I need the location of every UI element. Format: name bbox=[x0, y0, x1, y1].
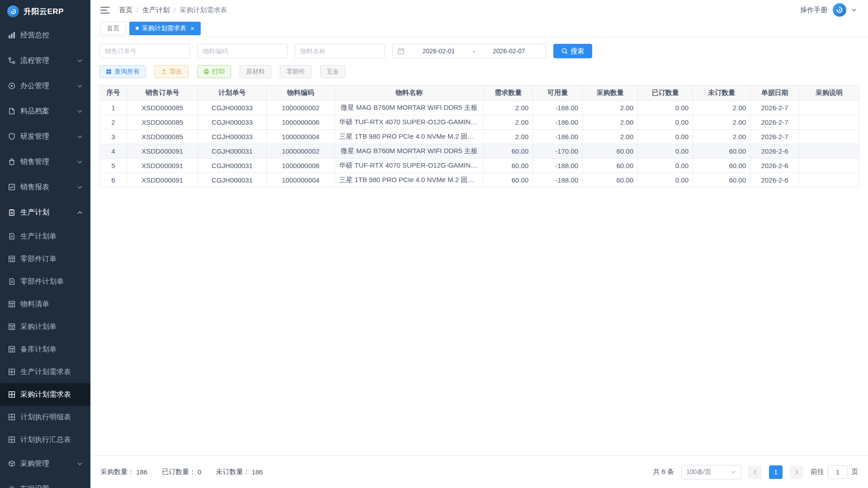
table-cell: 3 bbox=[100, 130, 127, 144]
filter-bar: - 搜索 bbox=[99, 44, 859, 58]
table-cell: 1 bbox=[100, 101, 127, 115]
table-cell: 60.00 bbox=[693, 159, 750, 173]
sidebar-item-label: 车间设置 bbox=[20, 484, 49, 488]
sidebar-item-label: 物料清单 bbox=[20, 300, 49, 309]
sidebar-item-material-archives[interactable]: 料品档案 bbox=[0, 99, 90, 124]
breadcrumb-separator: / bbox=[174, 6, 175, 14]
table-cell: 0.00 bbox=[638, 159, 693, 173]
sidebar-item-purchase-plan-demand[interactable]: 采购计划需求表 bbox=[0, 383, 90, 406]
sidebar-item-workshop-settings[interactable]: 车间设置 bbox=[0, 476, 90, 488]
sidebar-item-sales-management[interactable]: 销售管理 bbox=[0, 149, 90, 174]
sidebar-item-bom[interactable]: 物料清单 bbox=[0, 293, 90, 315]
breadcrumb-item-production-planning[interactable]: 生产计划 bbox=[142, 6, 170, 14]
calendar-icon bbox=[397, 47, 405, 55]
tab-purchase-plan-demand[interactable]: 采购计划需求表 × bbox=[129, 22, 201, 35]
research-icon bbox=[8, 133, 15, 140]
export-button[interactable]: 导出 bbox=[155, 65, 189, 78]
sidebar-item-label: 计划执行明细表 bbox=[20, 413, 71, 422]
next-page-button[interactable] bbox=[790, 465, 803, 479]
sidebar-item-process-management[interactable]: 流程管理 bbox=[0, 48, 90, 73]
grid-icon bbox=[106, 69, 112, 75]
button-label: 查询所有 bbox=[114, 68, 140, 76]
print-button[interactable]: 打印 bbox=[197, 65, 231, 78]
tab-bar: 首页 采购计划需求表 × bbox=[90, 20, 868, 37]
column-header: 单据日期 bbox=[750, 85, 799, 101]
button-label: 零部件 bbox=[286, 68, 305, 76]
sidebar-item-rd-management[interactable]: 研发管理 bbox=[0, 124, 90, 149]
tab-home[interactable]: 首页 bbox=[100, 22, 126, 35]
demand-table: 序号销售订单号计划单号物料编码物料名称需求数量可用量采购数量已订数量未订数量单据… bbox=[99, 85, 859, 188]
sidebar-item-parts-order[interactable]: 零部件订单 bbox=[0, 248, 90, 270]
production-icon bbox=[8, 209, 15, 216]
sidebar-item-office-management[interactable]: 办公管理 bbox=[0, 73, 90, 99]
date-end-input[interactable] bbox=[477, 47, 542, 55]
sidebar-item-purchase-management[interactable]: 采购管理 bbox=[0, 451, 90, 476]
breadcrumb: 首页/生产计划/采购计划需求表 bbox=[119, 6, 227, 14]
table-row[interactable]: 1XSDD000085CGJH0000331000000002微星 MAG B7… bbox=[100, 101, 859, 115]
sidebar-item-stock-plan-order[interactable]: 备库计划单 bbox=[0, 338, 90, 361]
sidebar-item-label: 研发管理 bbox=[20, 132, 49, 141]
table-row[interactable]: 2XSDD000085CGJH0000331000000006华硕 TUF-RT… bbox=[100, 115, 859, 130]
sheet-icon bbox=[8, 391, 15, 398]
manual-link[interactable]: 操作手册 bbox=[800, 6, 827, 14]
page-size-select[interactable]: 100条/页 bbox=[681, 465, 741, 479]
sidebar-item-label: 销售管理 bbox=[20, 157, 49, 167]
breadcrumb-item-home[interactable]: 首页 bbox=[119, 6, 132, 14]
pagination-total: 共 6 条 bbox=[653, 468, 674, 476]
stat-unordered-qty: 未订数量： 186 bbox=[216, 468, 263, 476]
table-cell: 微星 MAG B760M MORTAR WIFI DDR5 主板 bbox=[335, 144, 484, 159]
column-header: 计划单号 bbox=[198, 85, 267, 101]
tab-active-dot bbox=[136, 27, 139, 30]
material-name-input[interactable] bbox=[295, 44, 385, 58]
column-header: 未订数量 bbox=[693, 85, 750, 101]
current-page-button[interactable]: 1 bbox=[769, 465, 783, 479]
raw-material-button[interactable]: 原材料 bbox=[240, 65, 271, 78]
table-row[interactable]: 5XSDD000091CGJH0000311000000006华硕 TUF-RT… bbox=[100, 159, 859, 173]
table-cell bbox=[799, 130, 859, 144]
goto-page-input[interactable] bbox=[828, 465, 848, 479]
date-range-picker[interactable]: - bbox=[392, 44, 546, 58]
avatar-caret-icon[interactable] bbox=[852, 9, 856, 11]
sidebar-item-purchase-plan-order[interactable]: 采购计划单 bbox=[0, 315, 90, 338]
table-cell: XSDD000091 bbox=[127, 144, 198, 159]
sidebar-item-business-overview[interactable]: 经营总控 bbox=[0, 23, 90, 48]
button-label: 打印 bbox=[212, 68, 225, 76]
sidebar-item-plan-execution-detail[interactable]: 计划执行明细表 bbox=[0, 406, 90, 428]
table-cell: 0.00 bbox=[638, 130, 693, 144]
search-button[interactable]: 搜索 bbox=[553, 44, 592, 58]
table-cell: 4 bbox=[100, 144, 127, 159]
sidebar-item-sales-reports[interactable]: 销售报表 bbox=[0, 174, 90, 200]
pagination: 共 6 条 100条/页 1 前往 页 bbox=[653, 465, 858, 479]
sidebar-item-plan-execution-summary[interactable]: 计划执行汇总表 bbox=[0, 428, 90, 451]
table-row[interactable]: 3XSDD000085CGJH0000331000000004三星 1TB 98… bbox=[100, 130, 859, 144]
sidebar-item-production-plan-demand[interactable]: 生产计划需求表 bbox=[0, 361, 90, 383]
table-cell: 1000000006 bbox=[267, 159, 335, 173]
sidebar-item-production-plan-order[interactable]: 生产计划单 bbox=[0, 225, 90, 248]
parts-button[interactable]: 零部件 bbox=[280, 65, 311, 78]
table-cell: 2026-2-6 bbox=[750, 159, 799, 173]
table-row[interactable]: 4XSDD000091CGJH0000311000000002微星 MAG B7… bbox=[100, 144, 859, 159]
topbar: 首页/生产计划/采购计划需求表 操作手册 bbox=[90, 0, 868, 20]
status-bar: 采购数量： 186 已订数量： 0 未订数量： 186 共 6 条 100条/页 bbox=[90, 455, 868, 488]
sheet-icon bbox=[8, 413, 15, 421]
column-header: 采购说明 bbox=[799, 85, 859, 101]
sales-order-input[interactable] bbox=[99, 44, 190, 58]
material-code-input[interactable] bbox=[197, 44, 288, 58]
hardware-button[interactable]: 五金 bbox=[320, 65, 345, 78]
menu-toggle-icon[interactable] bbox=[100, 6, 110, 14]
tab-close-icon[interactable]: × bbox=[190, 25, 194, 32]
column-header: 物料名称 bbox=[335, 85, 484, 101]
sidebar-item-parts-plan-order[interactable]: 零部件计划单 bbox=[0, 270, 90, 293]
avatar[interactable] bbox=[833, 3, 846, 17]
table-cell: 2.00 bbox=[484, 115, 533, 130]
sidebar-item-label: 销售报表 bbox=[20, 183, 49, 192]
table-row[interactable]: 6XSDD000091CGJH0000311000000004三星 1TB 98… bbox=[100, 173, 859, 188]
query-all-button[interactable]: 查询所有 bbox=[99, 65, 146, 78]
date-start-input[interactable] bbox=[406, 47, 471, 55]
sidebar-item-production-planning[interactable]: 生产计划 bbox=[0, 200, 90, 225]
table-cell: 0.00 bbox=[638, 173, 693, 188]
table-cell: XSDD000085 bbox=[127, 130, 198, 144]
prev-page-button[interactable] bbox=[748, 465, 762, 479]
table-cell bbox=[799, 159, 859, 173]
purchase-icon bbox=[8, 460, 15, 467]
